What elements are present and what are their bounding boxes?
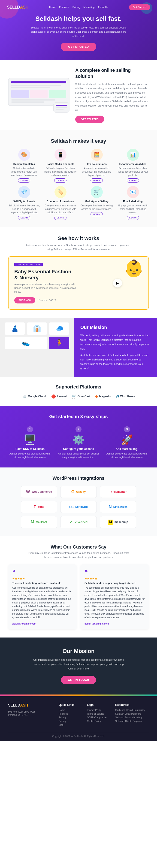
- nav-cta-button[interactable]: Get Started: [129, 4, 150, 10]
- footer-link-home[interactable]: Home: [59, 709, 81, 711]
- stars-2: ★★★★★: [84, 577, 145, 580]
- feature-desc-email: Engage your customers with email and SMS…: [117, 204, 149, 214]
- feature-digital-assets: 💎 Sell Digital Assets Sell digital asset…: [8, 186, 40, 219]
- footer-resources-heading: Resources: [115, 703, 149, 707]
- navigation: SELLDASH Home Features Pricing Marketing…: [7, 4, 150, 10]
- hero-description: Selldash is an e-commerce engine on top …: [30, 26, 127, 38]
- hero-cta-button[interactable]: GET STARTED: [61, 42, 96, 51]
- steps-grid: 1 🖥️ Point DNS to Selldash Aenean purus …: [8, 426, 149, 459]
- nav-home[interactable]: Home: [49, 6, 56, 8]
- platforms-logos: ☁️ Google Cloud 🔴 Laravel 🛒 OpenCart ◆ M…: [8, 394, 149, 399]
- footer-link-affiliate[interactable]: Selldash Affiliate Program: [115, 720, 149, 722]
- demo-description: Aeneanpurus ornas atenas por pulvinar tr…: [14, 283, 79, 294]
- feature-learn-marketplace[interactable]: LEARN: [90, 212, 103, 216]
- integration-verified: ✓ ✓ verified: [60, 516, 96, 528]
- steps-section: Get started in 3 easy steps 1 🖥️ Point D…: [0, 406, 157, 467]
- footer-legal-heading: Legal: [87, 703, 110, 707]
- integration-gravity: G Gravity: [60, 486, 96, 498]
- complete-selling-cta-button[interactable]: GET STARTED: [75, 116, 104, 123]
- opencart-icon: 🛒: [72, 394, 76, 399]
- footer-link-gdpr[interactable]: GDPR Compliance: [87, 716, 110, 719]
- nav-features[interactable]: Features: [59, 6, 69, 8]
- ninjatables-icon: N: [109, 504, 112, 509]
- complete-selling-section: A complete online selling solution Selld…: [0, 60, 157, 130]
- testimonial-2-author: admin @example.com: [84, 622, 109, 625]
- magento-icon: ◆: [95, 394, 98, 399]
- testimonials-section: What Our Customers Say Every day, Sellda…: [0, 536, 157, 638]
- feature-icon-design: 🎨: [18, 149, 30, 161]
- elementor-label: elementor: [113, 490, 126, 493]
- feature-icon-digital: 💎: [18, 186, 30, 198]
- footer-bottom: Copyright © 2021 — Selldash. All Rights …: [8, 732, 149, 738]
- demo-play-button[interactable]: ▶: [113, 279, 122, 287]
- hero-headline: Selldash helps you sell fast.: [11, 15, 146, 23]
- mailchimp-label: mailchimp: [115, 521, 128, 524]
- feature-title-tax: Tax Calculations: [81, 163, 113, 165]
- step-2-num: 2: [76, 426, 81, 432]
- feature-desc-coupons: Give your customers a chance to purchase…: [44, 204, 76, 214]
- feature-learn-analytics[interactable]: LEARN: [127, 178, 139, 183]
- footer-resources-col: Resources Marketing Help & Community Sel…: [115, 703, 149, 727]
- step-1: 1 🖥️ Point DNS to Selldash Aenean purus …: [8, 426, 52, 459]
- feature-icon-email: 📧: [127, 186, 139, 198]
- nav-pricing[interactable]: Pricing: [73, 6, 80, 8]
- footer-link-help[interactable]: Marketing Help & Community: [115, 709, 149, 711]
- step-2-icon: ⚙️: [56, 434, 101, 445]
- features-section: Selldash makes it easy 🎨 Design Template…: [0, 130, 157, 227]
- verified-icon: ✓: [70, 520, 73, 525]
- mission-images: 👗 👔 🧢 👟 🧍: [0, 318, 74, 377]
- feature-design-templates: 🎨 Design Templates Get attractive websit…: [8, 149, 40, 182]
- footer-address-1: 502 Northwest Drive West: [8, 710, 53, 714]
- feature-icon-analytics: 📊: [127, 149, 139, 161]
- step-3-desc: Aenean purus ornas atenas por pulvinar t…: [105, 452, 149, 459]
- feature-learn-design[interactable]: LEARN: [18, 178, 30, 183]
- integration-mailchimp: M mailchimp: [100, 516, 136, 528]
- nav-links: Home Features Pricing Marketing About Us: [49, 6, 108, 8]
- footer-link-pricing2[interactable]: Pricing: [59, 720, 81, 722]
- footer-link-blog[interactable]: Blog: [59, 724, 81, 726]
- feature-title-analytics: E-commerce Analytics: [117, 163, 149, 165]
- elementor-icon: e: [110, 490, 112, 494]
- feature-email-marketing: 📧 Email Marketing Engage your customers …: [117, 186, 149, 219]
- mission-bottom-headline: Our Mission: [9, 648, 148, 654]
- logo-text: SELLD: [7, 5, 20, 9]
- complete-selling-text: A complete online selling solution Selld…: [75, 67, 149, 123]
- feature-tax: 🧮 Tax Calculations Automate tax calculat…: [81, 149, 113, 182]
- feature-coupons: 🏷️ Coupons / Promotions Give your custom…: [44, 186, 76, 219]
- feature-learn-email[interactable]: LEARN: [127, 216, 139, 220]
- footer-link-social-marketing[interactable]: Selldash Social Marketing: [115, 716, 149, 719]
- feature-desc-digital: Sell digital assets like courses, files,…: [8, 204, 40, 214]
- feature-learn-tax[interactable]: LEARN: [90, 178, 103, 183]
- testimonial-1-author: Adam @example.com: [12, 622, 36, 625]
- nav-marketing[interactable]: Marketing: [83, 6, 94, 8]
- feature-learn-coupons[interactable]: LEARN: [54, 216, 67, 220]
- mailchimp-icon: M: [108, 520, 113, 525]
- step-1-num: 1: [27, 426, 33, 432]
- footer-link-pricing[interactable]: Pricing: [59, 716, 81, 719]
- footer-link-features[interactable]: Features: [59, 713, 81, 715]
- feature-icon-marketplace: 🛒: [91, 186, 103, 198]
- footer-link-terms[interactable]: Terms of Service: [87, 713, 110, 715]
- gravity-label: Gravity: [76, 490, 86, 493]
- feature-title-email: Email Marketing: [117, 200, 149, 203]
- mission-paragraph2: And that is our mission at Selldash - to…: [80, 353, 151, 370]
- demo-shop-button[interactable]: SHOP NOW: [14, 297, 35, 304]
- nav-about[interactable]: About Us: [98, 6, 108, 8]
- feature-learn-digital[interactable]: LEARN: [18, 216, 30, 220]
- feature-learn-social[interactable]: LEARN: [54, 178, 67, 183]
- footer-link-email-marketing[interactable]: Selldash Email Marketing: [115, 713, 149, 715]
- footer-link-cookies[interactable]: Cookie Policy: [87, 720, 110, 722]
- platform-wordpress: W WordPress: [116, 394, 135, 398]
- testimonials-grid: ❝ ★★★★★ The email marketing tools are in…: [8, 564, 149, 629]
- platforms-headline: Supported Platforms: [8, 384, 149, 390]
- mission-bottom-cta-button[interactable]: GET IN TOUCH: [61, 676, 96, 684]
- testimonials-sub: Every day, Selldash is helping entrepren…: [26, 551, 131, 559]
- mission-bottom-description: Our mission at Selldash is to help you s…: [32, 658, 125, 671]
- footer-link-privacy[interactable]: Privacy Policy: [87, 709, 110, 711]
- how-headline: See how it works: [8, 235, 149, 241]
- footer: SELLDASH 502 Northwest Drive West Portla…: [0, 696, 157, 741]
- ninjatables-label: NinjaTables: [113, 505, 127, 508]
- wordpress-icon: W: [116, 394, 119, 398]
- features-headline: Selldash makes it easy: [8, 138, 149, 144]
- testimonials-headline: What Our Customers Say: [8, 545, 149, 550]
